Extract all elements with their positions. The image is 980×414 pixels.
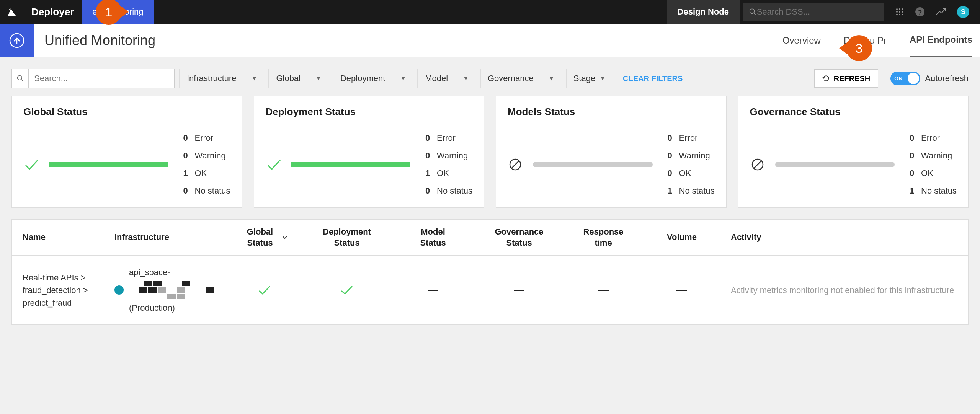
cell-infrastructure: api_space- (Production) (104, 266, 226, 314)
filter-governance[interactable]: Governance▼ (480, 69, 561, 88)
endpoints-table: Name Infrastructure Global Status Deploy… (11, 219, 969, 325)
card-global-status: Global Status 0Error 0Warning 1OK 0No st… (11, 96, 242, 208)
check-icon (23, 158, 42, 171)
status-legend: 0Error 0Warning 1OK 0No status (416, 133, 472, 196)
status-bar (775, 162, 895, 167)
svg-point-7 (902, 11, 903, 13)
status-legend: 0Error 0Warning 0OK 1No status (901, 133, 957, 196)
caret-down-icon: ▼ (400, 75, 406, 81)
svg-point-10 (902, 14, 903, 15)
tab-overview[interactable]: Overview (782, 24, 821, 57)
svg-point-0 (750, 9, 755, 13)
autorefresh-toggle[interactable]: ON (890, 72, 920, 85)
callout-badge-3: 3 (846, 35, 872, 61)
callout-badge-1: 1 (96, 0, 122, 25)
global-search[interactable] (743, 3, 884, 21)
svg-line-19 (754, 161, 761, 168)
svg-line-1 (754, 13, 756, 15)
th-infrastructure[interactable]: Infrastructure (104, 227, 226, 248)
filter-bar: Infrastructure▼ Global▼ Deployment▼ Mode… (0, 57, 980, 96)
th-volume[interactable]: Volume (644, 227, 720, 248)
infra-type-icon (114, 285, 124, 295)
svg-line-15 (21, 80, 23, 81)
table-header-row: Name Infrastructure Global Status Deploy… (12, 220, 968, 256)
apps-icon[interactable] (895, 7, 904, 16)
empty-icon (750, 157, 769, 172)
check-icon (266, 158, 285, 171)
filter-model[interactable]: Model▼ (417, 69, 475, 88)
autorefresh-label: Autorefresh (925, 73, 969, 83)
sort-icon (281, 234, 288, 241)
check-icon (340, 285, 354, 295)
svg-point-5 (896, 11, 898, 13)
svg-line-17 (511, 161, 519, 168)
card-deployment-status: Deployment Status 0Error 0Warning 1OK 0N… (254, 96, 485, 208)
page-title: Unified Monitoring (34, 33, 782, 49)
top-nav: Deployer 1 ed Monitoring Design Node ? S (0, 0, 980, 24)
status-bar (49, 162, 168, 167)
card-models-status: Models Status 0Error 0Warning 0OK 1No st… (496, 96, 727, 208)
cell-activity: Activity metrics monitoring not enabled … (720, 284, 968, 297)
page-tabs: Overview Dataiku Pr API Endpoints (782, 24, 980, 57)
topnav-icons: ? S (884, 6, 980, 18)
brand-logo-icon[interactable] (0, 0, 24, 24)
check-icon (258, 285, 271, 295)
caret-down-icon: ▼ (549, 75, 554, 81)
cell-global-status (226, 285, 303, 295)
svg-point-8 (896, 14, 898, 15)
refresh-button[interactable]: REFRESH (814, 69, 879, 88)
filter-global[interactable]: Global▼ (268, 69, 328, 88)
page-icon (0, 24, 34, 57)
th-activity[interactable]: Activity (720, 227, 968, 248)
filter-infrastructure[interactable]: Infrastructure▼ (179, 69, 264, 88)
cell-model-status: — (391, 282, 475, 298)
table-search (11, 69, 175, 88)
th-governance-status[interactable]: Governance Status (475, 227, 563, 248)
th-response-time[interactable]: Response time (563, 227, 644, 248)
svg-point-9 (899, 14, 900, 15)
status-legend: 0Error 0Warning 0OK 1No status (659, 133, 715, 196)
refresh-icon (822, 75, 830, 82)
caret-down-icon: ▼ (600, 75, 605, 81)
caret-down-icon: ▼ (463, 75, 469, 81)
card-governance-status: Governance Status 0Error 0Warning 0OK 1N… (738, 96, 969, 208)
svg-point-2 (896, 8, 898, 10)
user-avatar[interactable]: S (957, 6, 969, 18)
caret-down-icon: ▼ (252, 75, 257, 81)
filter-deployment[interactable]: Deployment▼ (333, 69, 413, 88)
empty-icon (508, 157, 527, 172)
th-model-status[interactable]: Model Status (391, 227, 475, 248)
svg-point-4 (902, 8, 903, 10)
th-global-status[interactable]: Global Status (226, 227, 303, 248)
status-legend: 0Error 0Warning 1OK 0No status (175, 133, 230, 196)
cell-deployment-status (303, 285, 391, 295)
svg-text:?: ? (918, 8, 922, 16)
svg-point-6 (899, 11, 900, 13)
status-bar (533, 162, 653, 167)
status-bar (291, 162, 411, 167)
cell-volume: — (644, 282, 720, 298)
trend-icon[interactable] (936, 8, 946, 16)
th-deployment-status[interactable]: Deployment Status (303, 227, 391, 248)
cell-name: Real-time APIs > fraud_detection > predi… (12, 271, 104, 309)
cell-response-time: — (563, 282, 644, 298)
svg-point-14 (17, 76, 22, 80)
filter-stage[interactable]: Stage▼ (566, 69, 612, 88)
help-icon[interactable]: ? (915, 7, 925, 17)
table-search-input[interactable] (29, 69, 174, 88)
table-row[interactable]: Real-time APIs > fraud_detection > predi… (12, 256, 968, 324)
page-header: Unified Monitoring Overview Dataiku Pr A… (0, 24, 980, 57)
brand-name[interactable]: Deployer (24, 6, 82, 18)
svg-point-3 (899, 8, 900, 10)
status-cards-row: Global Status 0Error 0Warning 1OK 0No st… (0, 96, 980, 219)
search-icon (749, 8, 757, 16)
redacted-text (129, 281, 214, 299)
caret-down-icon: ▼ (316, 75, 321, 81)
global-search-input[interactable] (757, 7, 878, 17)
clear-filters-link[interactable]: CLEAR FILTERS (617, 73, 689, 83)
cell-governance-status: — (475, 282, 563, 298)
th-name[interactable]: Name (12, 227, 104, 248)
tab-api-endpoints[interactable]: API Endpoints (910, 24, 972, 57)
autorefresh-toggle-wrap: ON Autorefresh (890, 72, 969, 85)
design-node-button[interactable]: Design Node (667, 0, 740, 24)
